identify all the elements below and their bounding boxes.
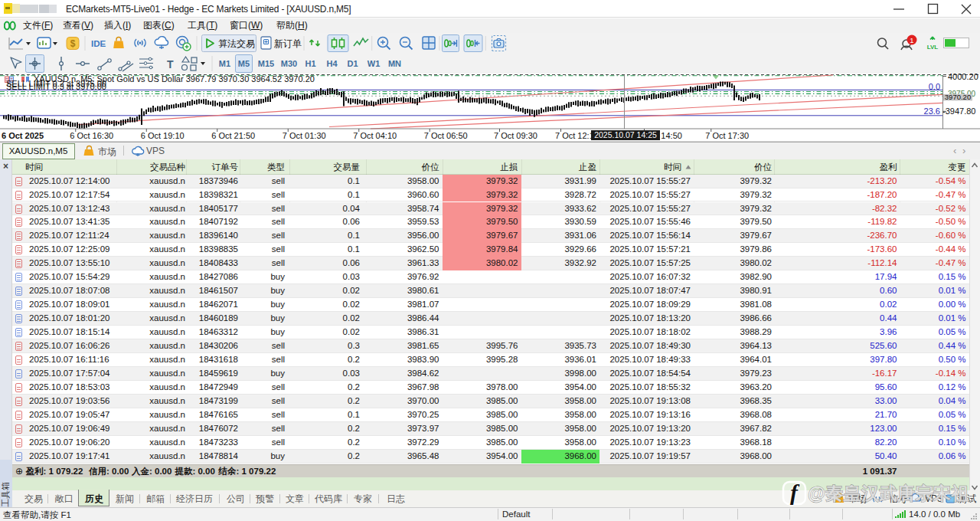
svg-text:$: $ (70, 38, 76, 49)
svg-text:0.0: 0.0 (929, 82, 940, 91)
svg-text:-3947.80: -3947.80 (942, 106, 975, 116)
svg-text:6 Oct 21:50: 6 Oct 21:50 (211, 131, 255, 140)
svg-text:6 Oct 16:30: 6 Oct 16:30 (70, 131, 113, 140)
svg-text:7 Oct 09:30: 7 Oct 09:30 (494, 131, 537, 140)
svg-text:LVL: LVL (927, 44, 939, 51)
svg-text:新订单: 新订单 (274, 38, 302, 49)
svg-text:2025.10.07 14:25: 2025.10.07 14:25 (594, 130, 657, 139)
svg-text:6 Oct 2025: 6 Oct 2025 (2, 131, 44, 140)
svg-text:3970.20: 3970.20 (945, 93, 971, 101)
svg-text:7 Oct 04:10: 7 Oct 04:10 (353, 131, 397, 140)
svg-text:7 Oct 06:50: 7 Oct 06:50 (424, 131, 468, 140)
svg-text:T: T (167, 58, 174, 70)
svg-text:7 Oct 17:30: 7 Oct 17:30 (705, 131, 749, 140)
svg-text:23.6: 23.6 (924, 106, 940, 116)
svg-text:SELL LIMIT 0.3 at 3970.00: SELL LIMIT 0.3 at 3970.00 (6, 82, 106, 91)
svg-text:IDE: IDE (91, 39, 106, 48)
svg-text:算法交易: 算法交易 (218, 38, 255, 49)
svg-text:6 Oct 19:10: 6 Oct 19:10 (141, 131, 185, 140)
svg-text:1: 1 (910, 36, 913, 44)
svg-text:7 Oct 01:30: 7 Oct 01:30 (283, 131, 326, 140)
svg-text:4000.20: 4000.20 (948, 74, 978, 81)
